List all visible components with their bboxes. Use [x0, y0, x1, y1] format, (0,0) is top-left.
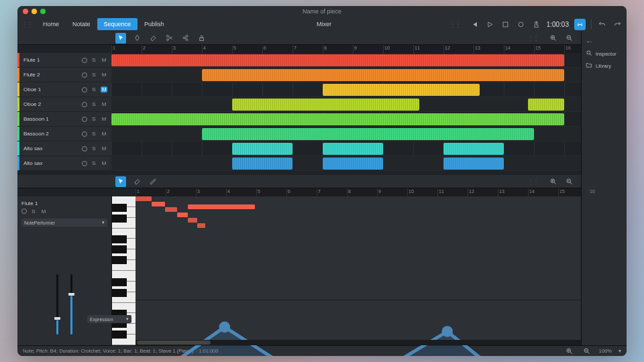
clip[interactable]	[323, 158, 383, 170]
clip[interactable]	[528, 99, 564, 111]
record-arm-button[interactable]	[21, 208, 27, 214]
track-lane[interactable]	[111, 141, 581, 156]
menubar-tab-home[interactable]: Home	[36, 18, 66, 30]
zoom-in-button[interactable]	[547, 176, 558, 187]
solo-button[interactable]: S	[91, 101, 97, 107]
clip[interactable]	[232, 143, 292, 155]
mute-button[interactable]: M	[101, 57, 107, 63]
track-lanes[interactable]	[111, 53, 581, 171]
solo-button[interactable]: S	[91, 160, 97, 166]
solo-button[interactable]: S	[91, 145, 97, 152]
skip-back-button[interactable]	[470, 19, 480, 29]
zoom-out-button[interactable]	[564, 33, 574, 44]
solo-button[interactable]: S	[91, 72, 97, 78]
lock-tool[interactable]	[196, 33, 207, 44]
fader-1[interactable]	[56, 274, 58, 335]
note[interactable]	[136, 196, 152, 201]
track-header[interactable]: Oboe 1SM	[17, 82, 111, 97]
note[interactable]	[188, 204, 255, 209]
panel-item-library[interactable]: Library	[584, 60, 624, 72]
track-lane[interactable]	[111, 68, 581, 82]
scissors-tool[interactable]	[164, 33, 174, 44]
pointer-tool[interactable]	[115, 176, 126, 187]
menubar-tab-publish[interactable]: Publish	[138, 18, 171, 30]
record-arm-button[interactable]	[82, 161, 87, 166]
track-header[interactable]: Bassoon 1SM	[17, 112, 111, 127]
track-lane[interactable]	[111, 82, 581, 97]
zoom-out-button[interactable]	[582, 346, 592, 357]
menubar-tab-notate[interactable]: Notate	[66, 18, 97, 30]
piano-roll[interactable]	[136, 196, 581, 300]
link-tool[interactable]	[180, 33, 191, 44]
note[interactable]	[152, 202, 165, 206]
track-lane[interactable]	[111, 156, 581, 171]
record-arm-button[interactable]	[82, 102, 87, 107]
solo-button[interactable]: S	[91, 57, 97, 63]
record-arm-button[interactable]	[82, 72, 87, 78]
mixer-toggle[interactable]: Mixer	[313, 21, 331, 27]
clip[interactable]	[111, 54, 564, 66]
track-header[interactable]: Alto saxSM	[17, 156, 111, 171]
track-header[interactable]: Flute 2SM	[17, 68, 111, 82]
note[interactable]	[177, 213, 188, 217]
transport-time[interactable]: 1:00:03	[547, 21, 569, 28]
clip[interactable]	[323, 143, 383, 155]
clip[interactable]	[202, 69, 564, 81]
zoom-out-button[interactable]	[564, 176, 574, 187]
track-lane[interactable]	[111, 53, 581, 68]
record-arm-button[interactable]	[82, 117, 87, 122]
ruler[interactable]: 12345678910111213141516	[111, 45, 581, 53]
panel-item-inspector[interactable]: Inspector	[584, 48, 624, 60]
note[interactable]	[165, 207, 177, 212]
zoom-in-button[interactable]	[547, 33, 558, 44]
solo-button[interactable]: S	[91, 131, 97, 137]
undo-button[interactable]	[597, 19, 607, 29]
track-header[interactable]: Alto saxSM	[17, 141, 111, 156]
mute-button[interactable]: M	[101, 131, 107, 137]
close-button[interactable]	[23, 9, 28, 14]
track-lane[interactable]	[111, 127, 581, 141]
mute-button[interactable]: M	[101, 116, 107, 122]
play-button[interactable]	[485, 19, 495, 29]
redo-button[interactable]	[612, 19, 623, 29]
stop-button[interactable]	[500, 19, 511, 29]
pointer-tool[interactable]	[115, 33, 126, 44]
note[interactable]	[197, 223, 205, 228]
menubar-tab-sequence[interactable]: Sequence	[97, 18, 138, 30]
mute-button[interactable]: M	[40, 208, 47, 215]
record-arm-button[interactable]	[82, 87, 87, 93]
erase-tool[interactable]	[148, 33, 158, 44]
record-arm-button[interactable]	[82, 58, 87, 63]
erase-tool[interactable]	[131, 176, 142, 187]
mute-button[interactable]: M	[101, 160, 107, 166]
instrument-select[interactable]: NotePerformer▾	[21, 219, 107, 227]
metronome-button[interactable]	[531, 19, 541, 29]
record-arm-button[interactable]	[82, 146, 87, 152]
automation-lane[interactable]: Expression▾	[136, 300, 581, 340]
ruler[interactable]: 12345678910111213141516	[136, 188, 581, 196]
track-header[interactable]: Bassoon 2SM	[17, 127, 111, 141]
clip[interactable]	[111, 113, 564, 125]
draw-tool[interactable]	[131, 33, 142, 44]
fader-2[interactable]	[70, 274, 72, 335]
track-lane[interactable]	[111, 97, 581, 112]
clip[interactable]	[232, 158, 292, 170]
note[interactable]	[188, 218, 197, 223]
maximize-button[interactable]	[40, 9, 46, 14]
track-header[interactable]: Oboe 2SM	[17, 97, 111, 112]
solo-button[interactable]: S	[91, 86, 97, 93]
mute-button[interactable]: M	[101, 145, 107, 152]
mute-button[interactable]: M	[101, 86, 107, 93]
mute-button[interactable]: M	[101, 72, 107, 78]
track-lane[interactable]	[111, 112, 581, 127]
clip[interactable]	[323, 84, 480, 96]
mute-button[interactable]: M	[101, 101, 107, 107]
solo-button[interactable]: S	[30, 208, 37, 215]
record-button[interactable]	[516, 19, 526, 29]
automation-mode-select[interactable]: Expression▾	[87, 315, 131, 323]
clip[interactable]	[232, 99, 419, 111]
clip[interactable]	[443, 143, 504, 155]
clip[interactable]	[202, 128, 534, 140]
clip[interactable]	[443, 158, 504, 170]
collapse-panel-button[interactable]: ←	[584, 36, 624, 48]
